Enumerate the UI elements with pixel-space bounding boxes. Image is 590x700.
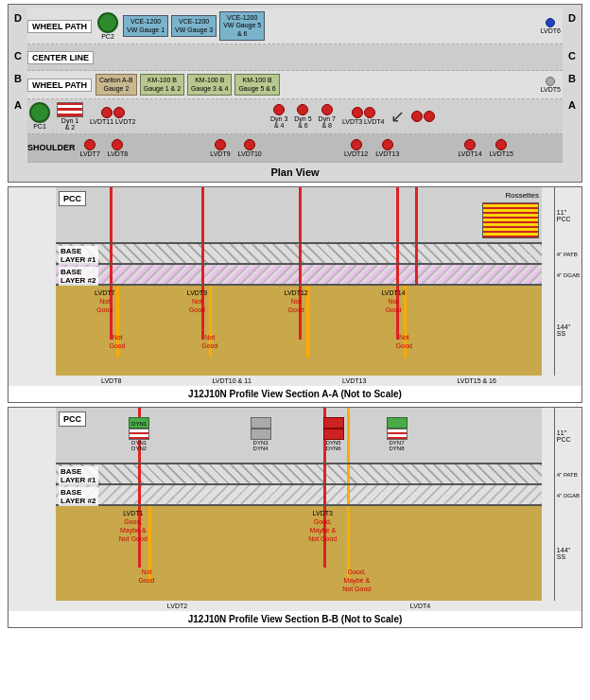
lvdt12-text-aa: LVDT12NotGood (285, 289, 308, 314)
plan-view-section: D D WHEEL PATH PC2 VCE-1200VW Gauge 1 VC… (8, 4, 582, 183)
dyn6-box-inner (323, 429, 344, 440)
base1-layer-aa: BASELAYER #1 (56, 244, 542, 265)
lvdt8-s-label: LVDT8 (108, 150, 128, 157)
pcc-box-bb: PCC (59, 411, 86, 427)
bb-dim-patb: 4" PATB (554, 464, 580, 485)
row-d: WHEEL PATH PC2 VCE-1200VW Gauge 1 VCE-12… (27, 9, 563, 44)
aa-bottom-labels: LVDT8 LVDT10 & 11 LVDT13 LVDT15 & 16 (56, 376, 542, 386)
base2-line-aa-3 (299, 265, 302, 284)
sensor-lvdt5: LVDT5 (541, 77, 561, 93)
vce1200-vw5: VCE-1200VW Gauge 5& 6 (219, 11, 265, 41)
dyn4-box-inner (251, 429, 271, 440)
aa-bot-lvdt14: LVDT15 & 16 (457, 377, 496, 384)
aa-bot-lvdt12: LVDT13 (342, 377, 366, 384)
km100b-34: KM-100 BGauge 3 & 4 (187, 74, 232, 96)
sensor-dyn56: Dyn 5& 6 (294, 104, 311, 129)
dyn1-dyn2-box: DYN1 DYN1DYN2 (129, 417, 149, 451)
bb-dim-dgab: 4" DGAB (554, 485, 580, 506)
dyn78-lbl: DYN7DYN8 (387, 440, 408, 451)
base2-label-bb: BASELAYER #2 (59, 487, 98, 506)
aa-bot-lvdt7: LVDT8 (101, 377, 121, 384)
dyn1-gauge (57, 102, 83, 117)
sensor-pc1: PC1 (29, 102, 50, 130)
dyn2-box-inner (129, 429, 149, 440)
base2-label-aa: BASELAYER #2 (59, 267, 98, 286)
lvdt8-s-dot (112, 139, 123, 150)
dyn8-box-inner (387, 429, 408, 440)
lvdt11-dot (101, 107, 113, 118)
dyn56-lbl: DYN5DYN6 (323, 440, 344, 451)
bb-b1-line-2 (323, 464, 326, 483)
km100b-56: KM-100 BGauge 5 & 6 (234, 74, 279, 96)
dyn5-dyn6-box: DYN5DYN6 (323, 417, 344, 451)
base2-layer-bb: BASELAYER #2 (56, 485, 542, 506)
ss-layer-aa: LVDT7NotGood NotGood LVDT9NotGood NotGoo… (56, 286, 542, 376)
row-b: WHEEL PATH Carlton A-BGauge 2 KM-100 BGa… (27, 71, 563, 99)
lvdt15-s-dot (495, 139, 507, 150)
ss-layer-bb: LVDT1Good,Maybe &Not Good NotGood LVDT3G… (56, 506, 542, 601)
aa-dim-dgab: 4" DGAB (554, 265, 580, 286)
lvdt7-shoulder: LVDT7 (80, 139, 100, 157)
label-c-right: C (568, 50, 576, 61)
lvdt7-s-label: LVDT7 (80, 150, 100, 157)
lvdt4-text-bb: Good,Maybe &Not Good (342, 568, 371, 593)
label-a-right: A (568, 99, 576, 111)
row-a: PC1 Dyn 1& 2 LVDT11 LVDT2 (27, 99, 563, 134)
lvdt7-s-dot (84, 139, 95, 150)
r1-dot (411, 111, 423, 122)
lvdt12-s-label: LVDT12 (344, 150, 368, 157)
base2-line-aa-1 (110, 265, 113, 284)
bb-bottom-labels: LVDT2 LVDT4 (56, 601, 542, 611)
aa-dim-patb: 4" PATB (554, 244, 580, 265)
aa-title: J12J10N Profile View Section A-A (Not to… (9, 386, 581, 402)
lvdt6-dot (546, 18, 555, 27)
lvdt13-shoulder: LVDT13 (375, 139, 399, 157)
base1-label-bb: BASELAYER #1 (59, 466, 98, 485)
dyn78-label: Dyn 7& 8 (319, 115, 336, 129)
sensor-dyn78: Dyn 7& 8 (319, 104, 336, 129)
lvdt1011-text-aa: NotGood (201, 333, 217, 350)
main-container: D D WHEEL PATH PC2 VCE-1200VW Gauge 1 VC… (0, 0, 590, 636)
sensor-line-aa-3 (299, 187, 302, 242)
dyn3-box-inner (251, 417, 271, 429)
lvdt14-text-aa: LVDT14NotGood (381, 289, 405, 314)
base1-line-aa-2 (201, 244, 204, 263)
lvdt12-shoulder: LVDT12 (344, 139, 368, 157)
lvdt14-shoulder: LVDT14 (459, 139, 482, 157)
sensor-dyn34: Dyn 3& 4 (270, 104, 287, 129)
vce1200-vw3: VCE-1200VW Gauge 3 (171, 15, 217, 37)
base2-layer-aa: BASELAYER #2 (56, 265, 542, 286)
base1-line-aa-4 (396, 244, 399, 263)
label-d-right: D (568, 12, 576, 24)
sensor-dyn12: Dyn 1& 2 (57, 102, 83, 131)
label-b-left: B (14, 73, 22, 84)
profile-bb-inner: PCC DYN1 DYN1DYN2 DYN3DYN4 DYN5DYN6 (56, 408, 542, 611)
bb-dim-ss: 144"SS (554, 506, 580, 601)
base2-line-aa-4b (415, 265, 418, 284)
pc2-circle (97, 12, 118, 33)
lvdt8-shoulder: LVDT8 (108, 139, 128, 157)
km100b-12: KM-100 BGauge 1 & 2 (140, 74, 184, 96)
wheel-path-label-top: WHEEL PATH (27, 20, 92, 33)
lvdt9-s-label: LVDT9 (210, 150, 230, 157)
sensor-lvdt6: LVDT6 (541, 18, 561, 34)
lvdt9-shoulder: LVDT9 (210, 139, 230, 157)
bb-bot-lvdt4: LVDT4 (410, 603, 430, 609)
lvdt10-shoulder: LVDT10 (238, 139, 262, 157)
dyn12-lbl: DYN1DYN2 (129, 440, 149, 451)
bb-b2-line-2b (347, 485, 350, 504)
lvdt15-shoulder: LVDT15 (490, 139, 513, 157)
shoulder-label: SHOULDER (27, 143, 76, 152)
lvdt5-dot (546, 77, 555, 86)
sensor-lvdt11-lvdt2: LVDT11 LVDT2 (90, 107, 135, 125)
base1-line-aa-4b (415, 244, 418, 263)
pc2-label: PC2 (101, 33, 114, 40)
pc1-label: PC1 (33, 123, 46, 130)
base2-line-aa-4 (396, 265, 399, 284)
lvdt15-s-label: LVDT15 (490, 150, 513, 157)
rossettes-area-aa (482, 202, 539, 238)
dyn3-dyn4-box: DYN3DYN4 (251, 417, 271, 451)
aa-dim-pcc: 11"PCC (554, 187, 580, 244)
sensor-line-aa-1 (110, 187, 113, 242)
label-c-left: C (14, 50, 22, 61)
